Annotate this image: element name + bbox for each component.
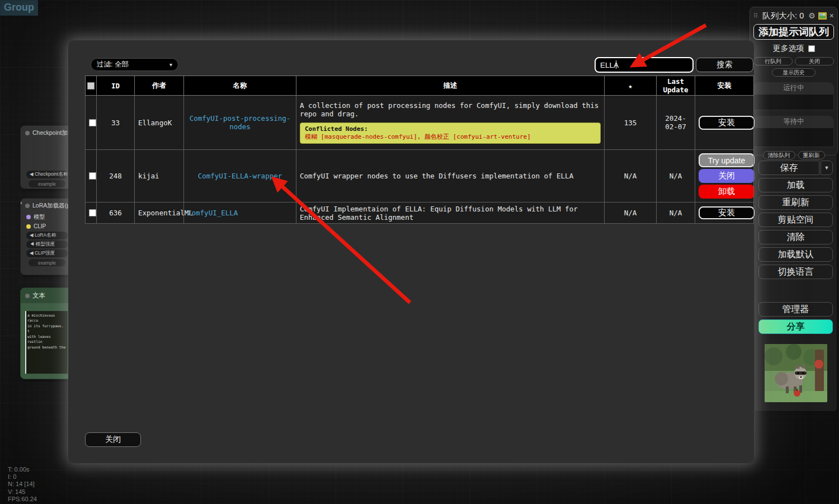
try-update-button[interactable]: Try update: [699, 153, 755, 167]
filter-dropdown[interactable]: 过滤: 全部 ▾: [91, 58, 178, 71]
clear-button[interactable]: 清除: [758, 230, 833, 244]
load-button[interactable]: 加载: [758, 178, 833, 192]
model-strength-widget[interactable]: ◀ 模型强度: [26, 241, 68, 248]
extra-options-checkbox[interactable]: [808, 45, 815, 52]
pkg-desc: A collection of post processing nodes fo…: [300, 101, 601, 118]
share-button[interactable]: 分享: [758, 319, 833, 334]
queue-refresh-button[interactable]: 重刷新: [798, 151, 825, 159]
pkg-author: ExponentialML: [135, 202, 184, 224]
conflict-warning-box: Conflicted Nodes: 模糊 [masquerade-nodes-c…: [300, 123, 601, 144]
node-title-row: Checkpoint加载器: [21, 126, 71, 139]
disable-button[interactable]: 关闭: [699, 169, 755, 183]
refresh-button[interactable]: 重刷新: [758, 195, 833, 210]
clip-strength-widget[interactable]: ◀ CLIP强度: [26, 249, 68, 257]
row-checkbox[interactable]: [89, 172, 96, 180]
node-title: Checkpoint加载器: [32, 129, 72, 137]
clipspace-button[interactable]: 剪贴空间: [758, 213, 833, 227]
row-checkbox[interactable]: [89, 209, 96, 216]
switch-language-button[interactable]: 切换语言: [758, 265, 833, 279]
pending-list: [753, 128, 834, 147]
settings-gear-icon[interactable]: ⚙: [808, 11, 816, 20]
lora-name-widget[interactable]: ◀ LoRA名称: [26, 232, 68, 239]
queue-close-button[interactable]: 关闭: [795, 57, 834, 65]
dialog-close-button[interactable]: 关闭: [85, 432, 141, 447]
running-list: [753, 94, 834, 110]
pkg-desc: ComfyUI Implementaion of ELLA: Equip Dif…: [296, 202, 605, 224]
search-button[interactable]: 搜索: [696, 58, 753, 72]
save-dropdown-icon[interactable]: ▼: [821, 161, 833, 175]
pkg-author: EllangoK: [135, 96, 184, 150]
node-text[interactable]: 文本 a mischievous racco in its furrypaws.…: [20, 288, 72, 379]
pkg-desc: ComfyUI wrapper nodes to use the Diffuse…: [296, 150, 605, 202]
prompt-textarea[interactable]: a mischievous racco in its furrypaws. t …: [25, 311, 68, 374]
uninstall-button[interactable]: 卸载: [699, 185, 755, 199]
col-header-author: 作者: [135, 76, 184, 96]
custom-nodes-manager-dialog: 过滤: 全部 ▾ 搜索 ID 作者 名称 描述 ★ Last Update 安: [68, 40, 754, 463]
node-title: LoRA加载器(p: [32, 202, 70, 210]
pkg-link[interactable]: ComfyUI-post-processing-nodes: [190, 114, 291, 131]
select-all-checkbox[interactable]: [87, 82, 95, 90]
group-title: Group: [1, 1, 37, 15]
pkg-id: 33: [97, 96, 135, 150]
pkg-link[interactable]: ComfyUI_ELLA: [187, 209, 238, 217]
running-section-header: 运行中: [753, 82, 834, 94]
checkpoint-name-widget[interactable]: ◀ Checkpoint名称: [26, 171, 68, 178]
col-header-desc: 描述: [296, 76, 605, 96]
group-box[interactable]: Group: [0, 0, 38, 16]
prompt-line: in its furrypaws. t: [27, 323, 67, 334]
stat-iterations: I: 0: [8, 473, 37, 481]
collapse-dot-icon[interactable]: [25, 131, 30, 135]
queue-prompt-button[interactable]: 添加提示词队列: [753, 24, 834, 40]
run-queue-button[interactable]: 行队列: [753, 57, 793, 65]
filter-selected-value: 过滤: 全部: [97, 60, 129, 69]
pkg-last-update: N/A: [657, 202, 695, 224]
prompt-line: with leaves rustlin: [27, 334, 67, 345]
table-row: 33 EllangoK ComfyUI-post-processing-node…: [86, 96, 754, 150]
close-icon[interactable]: ×: [829, 11, 834, 20]
install-button[interactable]: 安装: [699, 206, 755, 219]
pkg-link[interactable]: ComfyUI-ELLA-wrapper: [198, 172, 282, 180]
row-checkbox[interactable]: [89, 119, 96, 126]
stat-fps: FPS:60.24: [8, 496, 37, 503]
model-slot-icon: [26, 215, 31, 219]
save-button[interactable]: 保存: [758, 161, 819, 175]
app-window: Group Checkpoint加载器 ◀ Checkpoint名称 examp…: [0, 0, 839, 504]
search-input[interactable]: [595, 57, 694, 73]
collapse-dot-icon[interactable]: [25, 294, 30, 298]
node-title: 文本: [32, 291, 45, 300]
clear-queue-button[interactable]: 清除队列: [763, 151, 795, 159]
stat-nodes: N: 14 [14]: [8, 481, 37, 488]
conflict-title: Conflicted Nodes:: [305, 125, 596, 133]
show-history-button[interactable]: 显示历史: [772, 68, 816, 77]
output-slot-model[interactable]: 模型: [21, 212, 71, 222]
queue-panel: ⠿ 队列大小: 0 ⚙ × 添加提示词队列 更多选项 行队列 关闭 显示历史 运…: [750, 7, 838, 156]
slot-label: 模型: [34, 213, 45, 221]
col-header-install: 安装: [695, 76, 754, 96]
collapse-dot-icon[interactable]: [25, 204, 30, 208]
prompt-line: ground beneath the: [27, 345, 67, 350]
slot-label: CLIP: [34, 223, 46, 229]
manager-button[interactable]: 管理器: [758, 302, 833, 317]
text-caret: [616, 60, 616, 69]
install-button[interactable]: 安装: [699, 116, 755, 130]
col-header-last-update: Last Update: [657, 76, 695, 96]
output-slot-clip[interactable]: CLIP: [21, 222, 71, 230]
col-header-id: ID: [97, 76, 135, 96]
load-default-button[interactable]: 加载默认: [758, 247, 833, 262]
col-header-name: 名称: [184, 76, 296, 96]
gallery-icon[interactable]: [818, 12, 827, 20]
col-header-stars: ★: [605, 76, 657, 96]
node-lora-loader[interactable]: LoRA加载器(p 模型 CLIP ◀ LoRA名称 ◀ 模型强度 ◀ CLIP…: [20, 198, 72, 275]
select-all-header: [86, 76, 97, 96]
clip-slot-icon: [26, 224, 31, 229]
raccoon-illustration: [765, 344, 827, 402]
pkg-last-update: N/A: [657, 150, 695, 202]
checkpoint-value[interactable]: example: [29, 180, 65, 187]
node-title-row: 文本: [21, 288, 71, 303]
node-checkpoint-loader[interactable]: Checkpoint加载器 ◀ Checkpoint名称 example: [20, 125, 72, 189]
drag-handle-icon[interactable]: ⠿: [753, 12, 758, 20]
preview-image-raccoon[interactable]: [765, 344, 827, 402]
pkg-last-update: 2024-02-07: [657, 96, 695, 150]
pkg-author: kijai: [135, 150, 184, 202]
lora-value[interactable]: example: [29, 259, 65, 266]
